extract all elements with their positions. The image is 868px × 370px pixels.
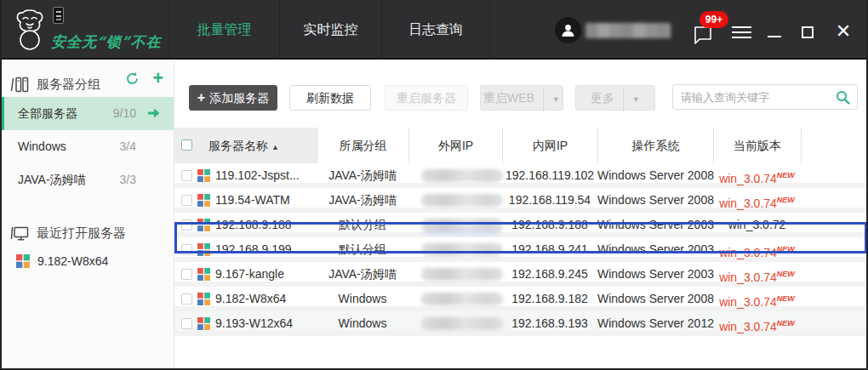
external-ip-redacted xyxy=(421,219,503,231)
menu-button[interactable] xyxy=(732,26,751,38)
internal-ip: 192.168.9.182 xyxy=(502,287,597,311)
version: win_3.0.74NEW xyxy=(713,188,801,213)
operating-system: Windows Server 2003 xyxy=(597,262,713,287)
restart-server-button[interactable]: 重启服务器 xyxy=(385,85,468,111)
row-checkbox[interactable] xyxy=(181,195,192,206)
new-badge: NEW xyxy=(777,270,795,278)
app-logo: 安全无“锁”不在 xyxy=(12,5,64,51)
row-checkbox[interactable] xyxy=(181,219,192,231)
new-badge: NEW xyxy=(777,294,795,303)
caret-down-icon: ▼ xyxy=(543,88,560,111)
new-badge: NEW xyxy=(777,319,795,327)
restart-web-button[interactable]: 重启WEB▼ xyxy=(480,85,563,111)
recent-servers-label: 最近打开服务器 xyxy=(37,225,126,242)
sort-asc-icon: ▲ xyxy=(271,143,279,151)
operating-system: Windows Server 2008 xyxy=(597,287,713,311)
add-group-icon[interactable]: + xyxy=(152,69,163,88)
server-group: JAVA-汤姆喵 xyxy=(317,188,408,213)
table-row[interactable]: 119.102-Jspst... JAVA-汤姆喵 192.168.119.10… xyxy=(174,163,868,188)
brand-slogan: 安全无“锁”不在 xyxy=(51,32,162,52)
external-ip-redacted xyxy=(421,243,503,256)
table-header: 服务器名称▲ 所属分组 外网IP 内网IP 操作系统 当前版本 xyxy=(174,128,868,163)
tab-batch-management[interactable]: 批量管理 xyxy=(168,0,279,60)
table-row[interactable]: 9.193-W12x64 Windows 192.168.9.193 Windo… xyxy=(174,311,868,336)
column-header-version[interactable]: 当前版本 xyxy=(713,128,801,163)
username-redacted xyxy=(585,23,671,38)
group-label: JAVA-汤姆喵 xyxy=(18,173,86,186)
caret-down-icon: ▼ xyxy=(623,88,640,111)
column-header-extra xyxy=(801,128,868,163)
version: win_3.0.74NEW xyxy=(713,262,801,287)
server-name: 119.102-Jspst... xyxy=(215,163,300,188)
external-ip-redacted xyxy=(421,293,503,305)
add-server-button[interactable]: +添加服务器 xyxy=(189,85,277,111)
search-box xyxy=(672,84,858,110)
table-body: 119.102-Jspst... JAVA-汤姆喵 192.168.119.10… xyxy=(174,163,868,336)
new-badge: NEW xyxy=(777,171,795,179)
version: win_3.0.72 xyxy=(713,213,801,237)
refresh-data-button[interactable]: 刷新数据 xyxy=(289,85,371,111)
recent-server-label: 9.182-W8x64 xyxy=(37,254,108,268)
row-checkbox[interactable] xyxy=(181,293,192,305)
tab-log-query[interactable]: 日志查询 xyxy=(381,0,490,60)
sidebar-item-all-servers[interactable]: 全部服务器 9/10 xyxy=(0,97,174,130)
operating-system: Windows Server 2012 xyxy=(597,311,713,336)
row-checkbox[interactable] xyxy=(181,244,192,255)
select-all-checkbox[interactable] xyxy=(181,139,192,151)
group-label: 全部服务器 xyxy=(18,106,77,120)
minimize-button[interactable] xyxy=(768,36,781,37)
maximize-button[interactable] xyxy=(802,26,814,38)
version: win_3.0.74NEW xyxy=(713,287,801,311)
recent-server-item[interactable]: 9.182-W8x64 xyxy=(0,246,174,276)
seal-stamp-icon xyxy=(53,7,64,24)
server-groups-label: 服务器分组 xyxy=(37,77,100,93)
sidebar-item-windows[interactable]: Windows 3/4 xyxy=(0,130,174,163)
server-group: JAVA-汤姆喵 xyxy=(317,163,408,188)
unread-count-badge: 99+ xyxy=(700,11,728,28)
windows-logo-icon xyxy=(197,243,210,256)
group-count: 9/10 xyxy=(113,97,136,130)
column-header-internal-ip[interactable]: 内网IP xyxy=(502,128,597,163)
table-row[interactable]: 192.168.9.199 默认分组 192.168.9.241 Windows… xyxy=(174,237,868,262)
row-checkbox[interactable] xyxy=(181,170,192,181)
column-header-os[interactable]: 操作系统 xyxy=(597,128,713,163)
table-row[interactable]: 9.182-W8x64 Windows 192.168.9.182 Window… xyxy=(174,287,868,311)
person-icon xyxy=(561,23,575,37)
external-ip-redacted xyxy=(421,169,503,182)
internal-ip: 192.168.9.241 xyxy=(502,237,597,262)
more-button[interactable]: 更多▼ xyxy=(575,85,655,111)
table-row-selected[interactable]: 192.168.9.188 默认分组 192.168.9.188 Windows… xyxy=(174,213,868,237)
toolbar: +添加服务器 刷新数据 重启服务器 重启WEB▼ 更多▼ xyxy=(174,61,868,128)
server-name: 9.167-kangle xyxy=(215,262,284,287)
server-group: 默认分组 xyxy=(317,213,408,237)
refresh-groups-icon[interactable] xyxy=(125,71,140,86)
version: win_3.0.74NEW xyxy=(713,163,801,188)
messages-button[interactable] xyxy=(693,26,713,45)
row-checkbox[interactable] xyxy=(181,269,192,280)
row-checkbox[interactable] xyxy=(181,318,192,329)
arrow-right-icon xyxy=(147,108,160,118)
column-header-external-ip[interactable]: 外网IP xyxy=(408,128,502,163)
sidebar-item-java-tomcat[interactable]: JAVA-汤姆喵 3/3 xyxy=(0,163,174,196)
server-name: 9.182-W8x64 xyxy=(215,287,286,311)
search-icon[interactable] xyxy=(836,90,850,105)
internal-ip: 192.168.119.54 xyxy=(502,188,597,213)
plus-icon: + xyxy=(197,90,205,105)
server-group: Windows xyxy=(317,287,408,311)
lock-mascot-icon xyxy=(12,9,49,51)
windows-logo-icon xyxy=(16,254,30,268)
close-button[interactable]: ✕ xyxy=(832,20,854,43)
sidebar: 服务器分组 + 全部服务器 9/10 Windows 3/4 JAVA-汤姆喵 … xyxy=(0,61,174,370)
user-avatar[interactable] xyxy=(555,17,581,43)
column-header-group[interactable]: 所属分组 xyxy=(317,128,408,163)
server-group: Windows xyxy=(317,311,408,336)
tab-realtime-monitor[interactable]: 实时监控 xyxy=(279,0,381,60)
internal-ip: 192.168.119.102 xyxy=(502,163,597,188)
search-input[interactable] xyxy=(681,86,830,108)
table-row[interactable]: 9.167-kangle JAVA-汤姆喵 192.168.9.245 Wind… xyxy=(174,262,868,287)
external-ip-redacted xyxy=(421,194,503,207)
server-name-header-cell[interactable]: 服务器名称▲ xyxy=(174,128,317,163)
server-name: 9.193-W12x64 xyxy=(215,311,293,336)
table-row[interactable]: 119.54-WATM JAVA-汤姆喵 192.168.119.54 Wind… xyxy=(174,188,868,213)
operating-system: Windows Server 2003 xyxy=(597,237,713,262)
